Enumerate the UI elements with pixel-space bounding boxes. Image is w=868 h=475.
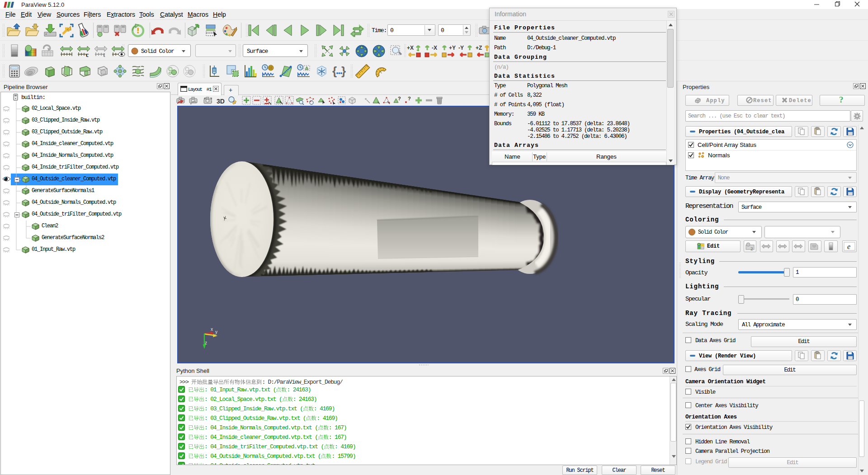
svg-text:e: e [847, 243, 850, 250]
svg-text:t: t [103, 52, 105, 57]
svg-text:{: { [332, 64, 337, 78]
svg-text:+Z: +Z [476, 45, 482, 51]
svg-text:c: c [86, 52, 89, 57]
svg-text:?: ? [398, 96, 401, 101]
svg-text:-Y: -Y [458, 45, 464, 51]
svg-text:+Y: +Y [449, 45, 456, 51]
svg-text:2: 2 [750, 246, 753, 251]
svg-text:+X: +X [407, 45, 414, 51]
svg-text:?: ? [408, 96, 411, 101]
svg-text:x: x [211, 327, 213, 332]
svg-text:y: y [215, 329, 217, 334]
svg-text:z: z [205, 340, 207, 345]
svg-text:-X: -X [432, 45, 437, 51]
svg-text:}: } [341, 64, 346, 78]
